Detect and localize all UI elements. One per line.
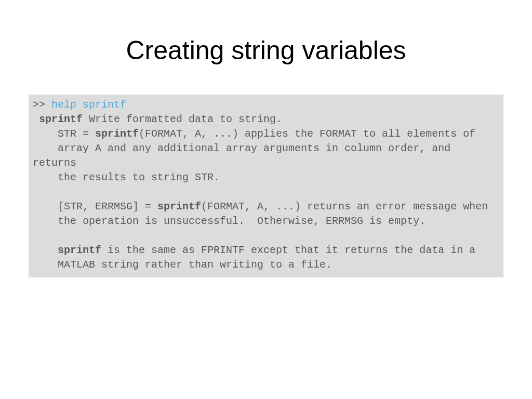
sprintf-keyword: sprintf bbox=[39, 113, 83, 125]
code-blank bbox=[33, 230, 39, 242]
prompt-symbol: >> bbox=[33, 99, 51, 111]
code-text: (FORMAT, A, ...) applies the FORMAT to a… bbox=[139, 128, 475, 140]
help-command: help sprintf bbox=[51, 99, 126, 111]
sprintf-keyword: sprintf bbox=[95, 128, 139, 140]
code-text bbox=[33, 113, 39, 125]
code-text: (FORMAT, A, ...) returns an error messag… bbox=[201, 201, 488, 212]
code-text: [STR, ERRMSG] = bbox=[33, 201, 157, 212]
code-blank bbox=[33, 186, 39, 198]
code-text: the operation is unsuccessful. Otherwise… bbox=[33, 215, 425, 227]
slide-title: Creating string variables bbox=[0, 0, 532, 95]
sprintf-keyword: sprintf bbox=[157, 201, 201, 212]
sprintf-keyword: sprintf bbox=[58, 244, 101, 256]
code-block: >> help sprintf sprintf Write formatted … bbox=[29, 95, 503, 277]
code-text: MATLAB string rather than writing to a f… bbox=[33, 259, 332, 271]
code-text: STR = bbox=[33, 128, 95, 140]
code-text: array A and any additional array argumen… bbox=[33, 142, 457, 169]
code-text: the results to string STR. bbox=[33, 171, 220, 183]
code-text: is the same as FPRINTF except that it re… bbox=[101, 244, 475, 256]
code-text bbox=[33, 244, 58, 256]
slide: Creating string variables >> help sprint… bbox=[0, 0, 532, 399]
code-text: Write formatted data to string. bbox=[83, 113, 282, 125]
